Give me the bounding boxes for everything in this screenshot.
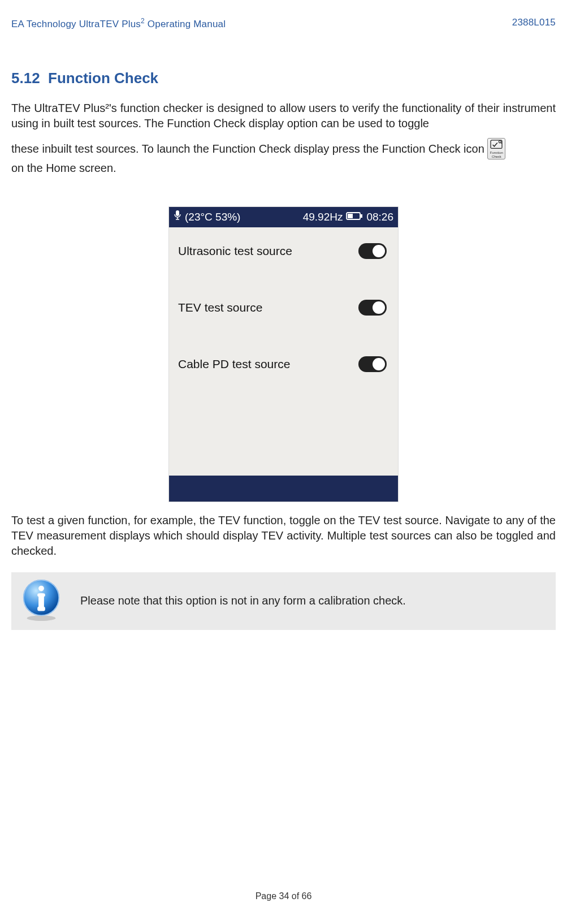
- section-title: Function Check: [48, 70, 158, 87]
- device-bottombar: [169, 476, 398, 502]
- paragraph-1a: The UltraTEV Plus²'s function checker is…: [11, 101, 556, 131]
- row-tev-label: TEV test source: [178, 301, 262, 314]
- row-cablepd-label: Cable PD test source: [178, 357, 290, 371]
- device-screenshot: (23°C 53%) 49.92Hz 08:26: [169, 207, 398, 502]
- svg-rect-12: [37, 606, 45, 611]
- header-right: 2388L015: [512, 17, 556, 30]
- toggle-ultrasonic[interactable]: [358, 243, 387, 259]
- info-icon: [19, 578, 63, 624]
- header-subtitle: Operating Manual: [145, 19, 226, 29]
- page-header: EA Technology UltraTEV Plus2 Operating M…: [11, 17, 556, 30]
- svg-rect-2: [176, 210, 179, 216]
- statusbar-temp-percent: (23°C 53%): [185, 211, 240, 223]
- paragraph-1b: these inbuilt test sources. To launch th…: [11, 139, 556, 176]
- header-product: EA Technology UltraTEV Plus: [11, 19, 141, 29]
- battery-icon: [346, 211, 363, 223]
- page-footer: Page 34 of 66: [0, 891, 567, 901]
- toggle-tev[interactable]: [358, 300, 387, 316]
- header-left: EA Technology UltraTEV Plus2 Operating M…: [11, 17, 226, 30]
- row-tev: TEV test source: [169, 286, 398, 329]
- device-statusbar: (23°C 53%) 49.92Hz 08:26: [169, 207, 398, 227]
- note-text: Please note that this option is not in a…: [80, 594, 548, 607]
- header-sup: 2: [141, 17, 145, 25]
- svg-rect-6: [361, 214, 362, 218]
- paragraph-1b-tail: on the Home screen.: [11, 162, 116, 174]
- mic-icon: [174, 210, 181, 224]
- svg-rect-7: [348, 214, 353, 218]
- note-box: Please note that this option is not in a…: [11, 572, 556, 630]
- function-check-icon: FunctionCheck: [487, 138, 505, 159]
- section-heading: 5.12 Function Check: [11, 70, 556, 87]
- svg-point-8: [27, 615, 56, 621]
- svg-rect-14: [37, 593, 45, 597]
- paragraph-1b-text: these inbuilt test sources. To launch th…: [11, 143, 484, 155]
- statusbar-time: 08:26: [366, 211, 393, 223]
- section-number: 5.12: [11, 70, 40, 87]
- row-ultrasonic: Ultrasonic test source: [169, 230, 398, 273]
- toggle-cablepd[interactable]: [358, 356, 387, 372]
- device-body: Ultrasonic test source TEV test source C…: [169, 227, 398, 476]
- statusbar-frequency: 49.92Hz: [303, 211, 343, 223]
- paragraph-2: To test a given function, for example, t…: [11, 513, 556, 559]
- svg-point-13: [38, 585, 44, 591]
- row-cablepd: Cable PD test source: [169, 343, 398, 386]
- row-ultrasonic-label: Ultrasonic test source: [178, 244, 292, 258]
